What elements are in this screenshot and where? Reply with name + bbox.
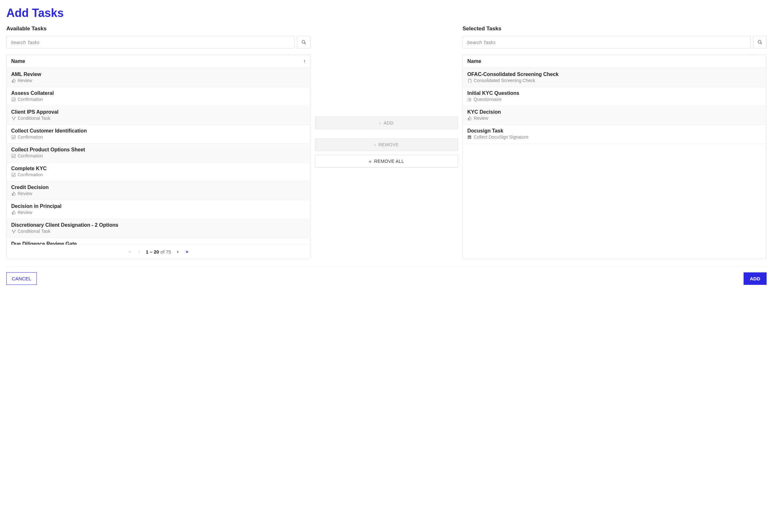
page-next-button[interactable]: › xyxy=(175,248,180,255)
add-selected-button[interactable]: › ADD xyxy=(315,117,458,129)
check-icon xyxy=(11,97,16,102)
selected-column-name[interactable]: Name xyxy=(467,58,481,64)
selected-search-button[interactable] xyxy=(753,36,767,49)
page-first-button[interactable]: « xyxy=(127,248,133,255)
task-name: Collect Customer Identification xyxy=(11,128,306,134)
selected-task-row[interactable]: Initial KYC QuestionsQuestionnaire xyxy=(463,87,766,106)
task-name: Complete KYC xyxy=(11,166,306,171)
available-paginator: « ‹ 1 – 20 of 75 › » xyxy=(7,245,310,258)
available-task-row[interactable]: Credit DecisionReview xyxy=(7,181,310,200)
thumb-icon xyxy=(11,210,16,215)
task-type-label: Review xyxy=(474,116,488,121)
search-icon xyxy=(302,40,306,44)
task-name: Decision in Principal xyxy=(11,203,306,209)
task-type-label: Confirmation xyxy=(18,172,43,177)
thumb-icon xyxy=(467,116,472,120)
task-type-label: Review xyxy=(18,191,32,196)
task-name: Client IPS Approval xyxy=(11,109,306,115)
branch-icon xyxy=(11,116,16,120)
task-type: Review xyxy=(467,116,762,121)
available-task-row[interactable]: Complete KYCConfirmation xyxy=(7,163,310,181)
available-column-name[interactable]: Name xyxy=(11,58,25,64)
check-icon xyxy=(11,173,16,177)
task-name: Collect Product Options Sheet xyxy=(11,147,306,153)
page-title: Add Tasks xyxy=(6,6,767,20)
task-type: Conditional Task xyxy=(11,116,306,121)
available-task-row[interactable]: Due Diligence Review GateConditional Tas… xyxy=(7,238,310,245)
cancel-button[interactable]: CANCEL xyxy=(6,272,37,285)
selected-task-row[interactable]: Docusign TaskCollect DocuSign Signature xyxy=(463,125,766,144)
task-type: Questionnaire xyxy=(467,97,762,102)
task-name: Assess Collateral xyxy=(11,90,306,96)
available-task-row[interactable]: Discretionary Client Designation - 2 Opt… xyxy=(7,219,310,238)
available-task-row[interactable]: Decision in PrincipalReview xyxy=(7,200,310,219)
task-name: Due Diligence Review Gate xyxy=(11,241,306,245)
available-search-input[interactable] xyxy=(6,36,295,49)
available-task-row[interactable]: Collect Product Options SheetConfirmatio… xyxy=(7,144,310,163)
add-button[interactable]: ADD xyxy=(744,272,767,285)
task-name: KYC Decision xyxy=(467,109,762,115)
task-type-label: Collect DocuSign Signature xyxy=(474,134,528,140)
task-type: Collect DocuSign Signature xyxy=(467,134,762,140)
task-type: Review xyxy=(11,78,306,83)
task-name: Discretionary Client Designation - 2 Opt… xyxy=(11,222,306,228)
chevron-left-icon: ‹ xyxy=(374,142,376,147)
task-type-label: Review xyxy=(18,210,32,215)
task-type-label: Confirmation xyxy=(18,153,43,158)
pagination-text: 1 – 20 of 75 xyxy=(146,249,171,255)
chevron-right-icon: › xyxy=(379,120,381,125)
selected-task-row[interactable]: KYC DecisionReview xyxy=(463,106,766,125)
thumb-icon xyxy=(11,192,16,196)
search-icon xyxy=(758,40,762,44)
thumb-icon xyxy=(11,79,16,83)
check-icon xyxy=(11,135,16,139)
task-type: Review xyxy=(11,210,306,215)
page-last-button[interactable]: » xyxy=(184,248,190,255)
doc-icon xyxy=(467,79,472,83)
task-type: Confirmation xyxy=(11,134,306,140)
task-name: Docusign Task xyxy=(467,128,762,134)
task-type-label: Questionnaire xyxy=(474,97,501,102)
task-name: AML Review xyxy=(11,72,306,77)
available-task-row[interactable]: Assess CollateralConfirmation xyxy=(7,87,310,106)
available-task-row[interactable]: Collect Customer IdentificationConfirmat… xyxy=(7,125,310,144)
available-task-row[interactable]: AML ReviewReview xyxy=(7,68,310,87)
check-icon xyxy=(11,154,16,158)
remove-selected-button[interactable]: ‹ REMOVE xyxy=(315,138,458,151)
sign-icon xyxy=(467,135,472,139)
task-type: Consolidated Screening Check xyxy=(467,78,762,83)
task-type-label: Conditional Task xyxy=(18,229,50,234)
selected-task-row[interactable]: OFAC-Consolidated Screening CheckConsoli… xyxy=(463,68,766,87)
list-icon xyxy=(467,97,472,102)
task-type-label: Conditional Task xyxy=(18,116,50,121)
task-name: OFAC-Consolidated Screening Check xyxy=(467,72,762,77)
task-type-label: Consolidated Screening Check xyxy=(474,78,535,83)
selected-search-input[interactable] xyxy=(463,36,751,49)
task-type: Confirmation xyxy=(11,153,306,158)
task-type-label: Review xyxy=(18,78,32,83)
task-type-label: Confirmation xyxy=(18,97,43,102)
task-type: Review xyxy=(11,191,306,196)
page-prev-button[interactable]: ‹ xyxy=(137,248,141,255)
task-type: Confirmation xyxy=(11,97,306,102)
selected-tasks-heading: Selected Tasks xyxy=(463,26,767,32)
task-name: Initial KYC Questions xyxy=(467,90,762,96)
double-chevron-left-icon: « xyxy=(369,159,371,164)
available-tasks-heading: Available Tasks xyxy=(6,26,310,32)
task-type: Conditional Task xyxy=(11,229,306,234)
available-search-button[interactable] xyxy=(297,36,310,49)
remove-all-button[interactable]: « REMOVE ALL xyxy=(315,155,458,168)
sort-ascending-icon[interactable]: ↑ xyxy=(303,58,306,64)
branch-icon xyxy=(11,229,16,233)
task-name: Credit Decision xyxy=(11,185,306,190)
available-task-row[interactable]: Client IPS ApprovalConditional Task xyxy=(7,106,310,125)
task-type-label: Confirmation xyxy=(18,134,43,140)
task-type: Confirmation xyxy=(11,172,306,177)
